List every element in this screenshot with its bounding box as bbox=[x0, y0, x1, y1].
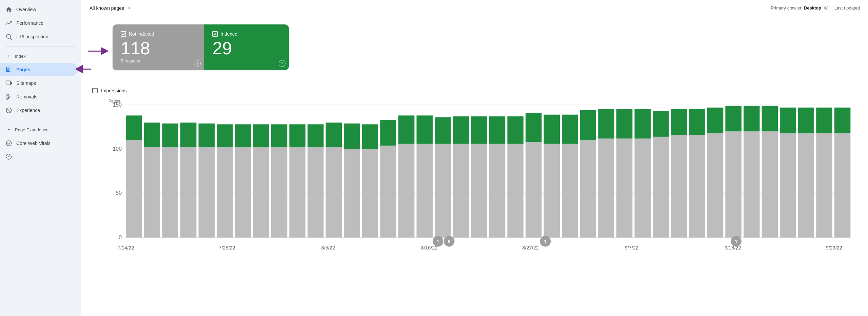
svg-text:50: 50 bbox=[116, 190, 122, 196]
indexed-card[interactable]: Indexed 29 ? bbox=[204, 24, 289, 70]
svg-rect-67 bbox=[489, 144, 505, 238]
pages-dropdown-label: All known pages bbox=[90, 5, 124, 11]
svg-rect-66 bbox=[471, 116, 487, 144]
sidebar-item-removals[interactable]: Experience bbox=[0, 104, 77, 117]
pages-arrow-annotation bbox=[76, 65, 91, 74]
svg-rect-40 bbox=[235, 124, 251, 147]
svg-rect-61 bbox=[435, 144, 451, 238]
svg-rect-46 bbox=[289, 124, 305, 147]
svg-rect-68 bbox=[489, 116, 505, 144]
not-indexed-arrow-annotation bbox=[88, 46, 111, 57]
svg-text:150: 150 bbox=[113, 102, 122, 108]
sidebar-experience-section-label: Page Experience bbox=[15, 127, 48, 132]
search-icon bbox=[5, 33, 12, 40]
svg-text:5: 5 bbox=[448, 239, 451, 244]
help-icon-inline[interactable]: ⓪ bbox=[824, 5, 828, 11]
svg-rect-55 bbox=[380, 146, 396, 238]
sidebar-divider-1 bbox=[5, 46, 76, 47]
primary-crawler-value: Desktop bbox=[804, 5, 821, 11]
sidebar-item-page-experience[interactable]: Core Web Vitals bbox=[0, 136, 77, 150]
impressions-checkbox[interactable] bbox=[92, 88, 98, 93]
home-icon bbox=[5, 6, 12, 13]
svg-text:1: 1 bbox=[437, 239, 439, 244]
svg-rect-37 bbox=[217, 147, 233, 238]
trending-up-icon bbox=[5, 20, 12, 26]
svg-rect-50 bbox=[326, 123, 342, 147]
svg-rect-80 bbox=[598, 109, 614, 138]
svg-text:1: 1 bbox=[544, 239, 547, 244]
svg-rect-78 bbox=[580, 110, 596, 141]
svg-rect-89 bbox=[689, 135, 705, 238]
sidebar-section-experience[interactable]: Page Experience bbox=[0, 123, 81, 136]
sidebar-video-pages-label: Sitemaps bbox=[16, 80, 36, 86]
indexed-help-icon[interactable]: ? bbox=[279, 60, 285, 67]
svg-point-17 bbox=[6, 141, 12, 146]
sidebar-item-url-inspection[interactable]: URL inspection bbox=[0, 30, 77, 43]
svg-rect-105 bbox=[834, 133, 850, 238]
svg-rect-83 bbox=[634, 138, 650, 238]
svg-rect-74 bbox=[544, 115, 560, 144]
not-indexed-card-header: Not indexed bbox=[121, 31, 196, 37]
svg-rect-3 bbox=[7, 68, 9, 69]
sidebar-url-inspection-label: URL inspection bbox=[16, 34, 48, 39]
sidebar-item-sitemaps[interactable]: Removals bbox=[0, 90, 77, 104]
svg-rect-72 bbox=[526, 113, 541, 142]
indexed-count: 29 bbox=[212, 39, 281, 57]
svg-rect-104 bbox=[816, 108, 832, 133]
sidebar-item-performance[interactable]: Performance bbox=[0, 16, 77, 30]
svg-text:7/14/22: 7/14/22 bbox=[118, 245, 134, 250]
sidebar-divider-2 bbox=[5, 120, 76, 120]
svg-rect-8 bbox=[6, 94, 8, 95]
svg-rect-65 bbox=[471, 144, 487, 238]
chevron-down-icon-2 bbox=[5, 126, 12, 133]
svg-line-16 bbox=[7, 108, 11, 112]
sidebar-removals-label: Experience bbox=[16, 108, 40, 113]
sidebar-performance-label: Performance bbox=[16, 20, 43, 26]
chevron-down-icon bbox=[5, 53, 12, 59]
svg-rect-30 bbox=[144, 123, 160, 147]
sidebar-item-core-web-vitals[interactable] bbox=[0, 150, 77, 164]
svg-rect-51 bbox=[344, 149, 360, 238]
sidebar: Overview Performance URL inspection Inde… bbox=[0, 0, 81, 316]
svg-rect-35 bbox=[198, 147, 214, 238]
svg-rect-75 bbox=[562, 144, 578, 238]
sidebar-sitemaps-label: Removals bbox=[16, 94, 37, 99]
pages-icon bbox=[5, 66, 12, 73]
svg-rect-103 bbox=[816, 133, 832, 238]
svg-rect-88 bbox=[671, 109, 687, 135]
svg-rect-32 bbox=[162, 124, 178, 147]
indexed-checkbox[interactable] bbox=[212, 31, 218, 37]
svg-rect-106 bbox=[834, 108, 850, 133]
svg-rect-53 bbox=[362, 149, 378, 238]
svg-rect-4 bbox=[7, 69, 9, 70]
sidebar-item-pages[interactable]: Pages bbox=[0, 63, 77, 76]
svg-rect-36 bbox=[198, 124, 214, 147]
sidebar-item-overview[interactable]: Overview bbox=[0, 3, 77, 16]
svg-marker-7 bbox=[11, 82, 12, 85]
not-indexed-checkbox[interactable] bbox=[121, 31, 126, 37]
sidebar-item-video-pages[interactable]: Sitemaps bbox=[0, 76, 77, 90]
not-indexed-subtitle: 5 reasons bbox=[121, 58, 196, 63]
top-bar: All known pages Primary crawler: Desktop… bbox=[81, 0, 868, 16]
primary-crawler-label: Primary crawler: bbox=[771, 5, 803, 11]
pages-dropdown[interactable]: All known pages bbox=[90, 5, 132, 11]
svg-rect-43 bbox=[271, 147, 287, 238]
indexed-card-header: Indexed bbox=[212, 31, 281, 37]
svg-rect-92 bbox=[707, 108, 723, 133]
svg-rect-49 bbox=[326, 147, 342, 238]
svg-rect-95 bbox=[744, 131, 760, 238]
main-content: All known pages Primary crawler: Desktop… bbox=[81, 0, 868, 316]
svg-rect-28 bbox=[126, 115, 142, 140]
sidebar-overview-label: Overview bbox=[16, 7, 36, 12]
svg-rect-29 bbox=[144, 147, 160, 238]
not-indexed-card[interactable]: Not indexed 118 5 reasons ? bbox=[113, 24, 204, 70]
svg-rect-57 bbox=[398, 144, 414, 238]
svg-rect-34 bbox=[180, 123, 196, 147]
svg-rect-99 bbox=[780, 133, 796, 238]
svg-rect-54 bbox=[362, 124, 378, 149]
not-indexed-help-icon[interactable]: ? bbox=[194, 60, 201, 67]
svg-rect-82 bbox=[616, 109, 632, 138]
sidebar-pages-label: Pages bbox=[16, 67, 30, 72]
top-bar-right: Primary crawler: Desktop ⓪ Last updated bbox=[771, 5, 860, 11]
sidebar-section-index[interactable]: Index bbox=[0, 49, 81, 63]
